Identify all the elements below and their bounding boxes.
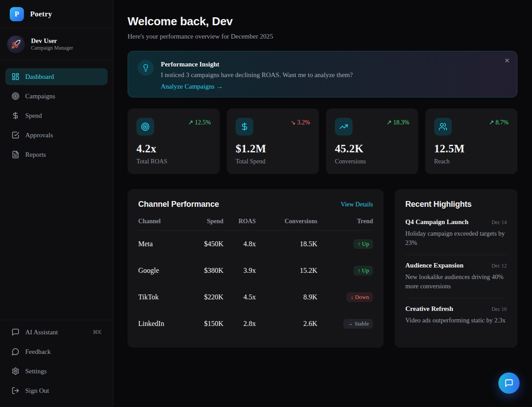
stats-row: ↗ 12.5% 4.2x Total ROAS ↘ 3.2% $1.2M Tot… xyxy=(128,109,517,174)
logout-icon xyxy=(12,387,19,395)
dollar-icon xyxy=(12,112,19,120)
gear-icon xyxy=(12,367,19,375)
main-nav: Dashboard Campaigns Spend Approvals xyxy=(0,60,113,320)
sidebar-item-label: Settings xyxy=(25,368,47,375)
table-row: TikTok $220K 4.5x 8.9K ↓ Down xyxy=(138,284,373,310)
performance-insight-banner: Performance Insight I noticed 3 campaign… xyxy=(128,51,517,97)
stat-change: ↘ 3.2% xyxy=(291,119,310,126)
sidebar-item-campaigns[interactable]: Campaigns xyxy=(5,88,108,105)
chat-fab-button[interactable] xyxy=(498,372,520,394)
sidebar-item-ai-assistant[interactable]: AI Assistant ⌘K xyxy=(5,324,108,341)
channel-cell: TikTok xyxy=(138,284,187,310)
sidebar-item-sign-out[interactable]: Sign Out xyxy=(5,382,108,399)
keyboard-shortcut: ⌘K xyxy=(93,329,101,335)
column-header-roas: ROAS xyxy=(223,218,256,231)
sidebar-item-reports[interactable]: Reports xyxy=(5,146,108,163)
sidebar-item-label: Spend xyxy=(25,112,42,120)
highlight-description: Holiday campaign exceeded targets by 23% xyxy=(405,229,507,248)
conversions-cell: 15.2K xyxy=(256,257,317,284)
trend-badge: ↑ Up xyxy=(353,239,373,249)
recent-highlights-title: Recent Highlights xyxy=(405,200,472,209)
stat-value: 45.2K xyxy=(335,143,409,155)
sidebar-footer: AI Assistant ⌘K Feedback Settings xyxy=(0,320,113,407)
highlight-date: Dec 10 xyxy=(492,306,507,313)
view-details-link[interactable]: View Details xyxy=(341,201,373,208)
column-header-conversions: Conversions xyxy=(256,218,317,231)
stat-value: $1.2M xyxy=(236,143,310,155)
user-profile: Dev User Campaign Manager xyxy=(0,28,113,60)
check-square-icon xyxy=(12,131,19,139)
channel-cell: Google xyxy=(138,257,187,284)
sidebar-item-approvals[interactable]: Approvals xyxy=(5,127,108,143)
sidebar-item-spend[interactable]: Spend xyxy=(5,107,108,124)
sidebar-item-dashboard[interactable]: Dashboard xyxy=(5,68,108,85)
highlight-date: Dec 12 xyxy=(492,263,507,269)
user-name: Dev User xyxy=(31,37,73,45)
message-circle-icon xyxy=(12,348,19,356)
sidebar-item-label: AI Assistant xyxy=(25,329,58,336)
sidebar-item-feedback[interactable]: Feedback xyxy=(5,343,108,360)
spend-cell: $150K xyxy=(187,310,223,337)
trend-badge: ↓ Down xyxy=(346,292,373,302)
brand-name: Poetry xyxy=(30,10,52,19)
conversions-cell: 8.9K xyxy=(256,284,317,310)
avatar xyxy=(7,35,25,53)
sidebar-item-settings[interactable]: Settings xyxy=(5,363,108,380)
table-header-row: Channel Spend ROAS Conversions Trend xyxy=(138,218,373,231)
stat-card-total-roas: ↗ 12.5% 4.2x Total ROAS xyxy=(128,109,220,174)
channel-performance-title: Channel Performance xyxy=(138,200,219,209)
channel-cell: LinkedIn xyxy=(138,310,187,337)
brand-logo: P xyxy=(10,7,24,21)
highlight-description: Video ads outperforming static by 2.3x xyxy=(405,316,507,325)
lightbulb-icon xyxy=(142,64,150,72)
channel-performance-panel: Channel Performance View Details Channel… xyxy=(128,189,384,348)
stat-card-conversions: ↗ 18.3% 45.2K Conversions xyxy=(326,109,418,174)
sidebar: P Poetry Dev User Campaign Manager xyxy=(0,0,113,407)
highlight-title: Audience Expansion xyxy=(405,262,463,269)
channel-cell: Meta xyxy=(138,231,187,258)
target-icon xyxy=(136,118,154,136)
chat-bubble-icon xyxy=(505,379,513,388)
insight-title: Performance Insight xyxy=(161,61,353,68)
stat-card-total-spend: ↘ 3.2% $1.2M Total Spend xyxy=(227,109,319,174)
file-text-icon xyxy=(12,151,19,159)
stat-value: 4.2x xyxy=(136,143,211,155)
trend-badge: ↑ Up xyxy=(353,266,373,275)
table-row: Meta $450K 4.8x 18.5K ↑ Up xyxy=(138,231,373,258)
sidebar-item-label: Reports xyxy=(25,151,46,159)
trending-up-icon xyxy=(335,118,353,136)
channel-performance-table: Channel Spend ROAS Conversions Trend Met… xyxy=(138,218,373,337)
close-icon[interactable]: ✕ xyxy=(504,57,510,65)
highlight-title: Q4 Campaign Launch xyxy=(405,218,469,226)
panels-row: Channel Performance View Details Channel… xyxy=(128,189,517,348)
spend-cell: $450K xyxy=(187,231,223,258)
sidebar-item-label: Approvals xyxy=(25,132,53,139)
conversions-cell: 18.5K xyxy=(256,231,317,258)
sidebar-item-label: Feedback xyxy=(25,348,50,356)
app-window: P Poetry Dev User Campaign Manager xyxy=(0,0,532,407)
sidebar-item-label: Dashboard xyxy=(25,73,54,81)
stat-label: Conversions xyxy=(335,158,409,165)
dollar-icon xyxy=(236,118,253,136)
analyze-campaigns-link[interactable]: Analyze Campaigns → xyxy=(161,83,223,90)
stat-change: ↗ 18.3% xyxy=(387,119,409,126)
stat-change: ↗ 12.5% xyxy=(188,119,211,126)
insight-body: Performance Insight I noticed 3 campaign… xyxy=(161,60,353,97)
stat-label: Total Spend xyxy=(236,158,310,165)
insight-message: I noticed 3 campaigns have declining ROA… xyxy=(161,71,353,79)
stat-change: ↗ 8.7% xyxy=(489,119,509,126)
list-item: Audience Expansion Dec 12 New lookalike … xyxy=(405,255,507,298)
sidebar-item-label: Sign Out xyxy=(25,387,49,395)
rocket-icon xyxy=(11,39,21,49)
highlight-date: Dec 14 xyxy=(492,219,507,226)
table-row: Google $380K 3.9x 15.2K ↑ Up xyxy=(138,257,373,284)
column-header-spend: Spend xyxy=(187,218,223,231)
roas-cell: 3.9x xyxy=(223,257,256,284)
page-title: Welcome back, Dev xyxy=(128,15,517,28)
message-square-icon xyxy=(12,328,19,336)
list-item: Creative Refresh Dec 10 Video ads outper… xyxy=(405,298,507,332)
list-item: Q4 Campaign Launch Dec 14 Holiday campai… xyxy=(405,209,507,255)
column-header-trend: Trend xyxy=(317,218,373,231)
stat-value: 12.5M xyxy=(434,143,509,155)
highlight-title: Creative Refresh xyxy=(405,305,453,313)
